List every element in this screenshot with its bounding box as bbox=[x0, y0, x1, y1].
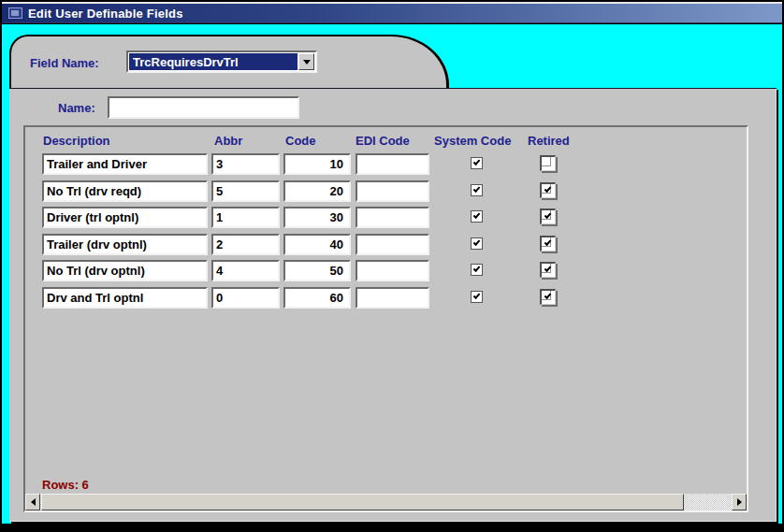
titlebar[interactable]: Edit User Definable Fields bbox=[2, 4, 782, 23]
abbr-cell[interactable]: 4 bbox=[211, 260, 280, 281]
edi-code-cell[interactable] bbox=[356, 180, 429, 202]
check-icon bbox=[473, 238, 481, 246]
column-header-retired: Retired bbox=[528, 134, 570, 148]
arrow-left-icon bbox=[31, 498, 36, 506]
system-code-checkbox[interactable] bbox=[471, 210, 483, 223]
description-cell[interactable]: Trailer and Driver bbox=[42, 153, 208, 175]
scroll-right-button[interactable] bbox=[732, 494, 747, 510]
check-icon bbox=[473, 158, 481, 165]
check-icon bbox=[544, 292, 552, 299]
system-code-checkbox[interactable] bbox=[471, 184, 483, 196]
column-header-code: Code bbox=[285, 134, 316, 148]
column-header-description: Description bbox=[43, 134, 110, 148]
main-panel: Name: Description Abbr Code EDI Code Sys… bbox=[9, 88, 777, 522]
edi-code-cell[interactable] bbox=[356, 287, 429, 309]
app-icon bbox=[8, 7, 22, 19]
check-icon bbox=[473, 211, 481, 219]
code-cell[interactable]: 10 bbox=[283, 153, 351, 175]
scrollbar-track[interactable] bbox=[684, 494, 732, 510]
code-cell[interactable]: 20 bbox=[283, 180, 351, 202]
field-name-selected-value[interactable]: TrcRequiresDrvTrl bbox=[129, 53, 298, 70]
check-icon bbox=[544, 238, 552, 246]
abbr-cell[interactable]: 0 bbox=[211, 287, 280, 309]
field-name-combobox[interactable]: TrcRequiresDrvTrl bbox=[126, 50, 317, 73]
name-input[interactable] bbox=[108, 96, 299, 119]
edi-code-cell[interactable] bbox=[356, 260, 429, 281]
code-cell[interactable]: 30 bbox=[283, 207, 351, 228]
description-cell[interactable]: Driver (trl optnl) bbox=[42, 207, 208, 228]
check-icon bbox=[473, 292, 481, 299]
check-icon bbox=[544, 185, 552, 193]
row-count-label: Rows: 6 bbox=[42, 478, 89, 492]
edi-code-cell[interactable] bbox=[356, 234, 429, 255]
check-icon bbox=[544, 265, 552, 272]
system-code-checkbox[interactable] bbox=[471, 237, 483, 250]
field-name-tab: Field Name: TrcRequiresDrvTrl bbox=[9, 35, 449, 89]
check-icon bbox=[473, 185, 481, 193]
check-icon bbox=[473, 265, 481, 272]
abbr-cell[interactable]: 2 bbox=[211, 234, 280, 255]
description-cell[interactable]: No Trl (drv optnl) bbox=[42, 260, 208, 281]
column-header-edi-code: EDI Code bbox=[356, 134, 410, 148]
retired-checkbox[interactable] bbox=[540, 182, 556, 198]
system-code-checkbox[interactable] bbox=[471, 264, 483, 276]
retired-checkbox[interactable] bbox=[540, 208, 556, 224]
scroll-left-button[interactable] bbox=[25, 494, 40, 510]
window-title: Edit User Definable Fields bbox=[28, 7, 183, 21]
name-label: Name: bbox=[58, 101, 95, 115]
code-cell[interactable]: 60 bbox=[283, 287, 351, 309]
retired-checkbox[interactable] bbox=[540, 155, 556, 171]
retired-checkbox[interactable] bbox=[540, 289, 556, 305]
description-cell[interactable]: Drv and Trl optnl bbox=[42, 287, 208, 309]
arrow-right-icon bbox=[737, 498, 742, 506]
abbr-cell[interactable]: 1 bbox=[211, 207, 280, 228]
system-code-checkbox[interactable] bbox=[471, 157, 483, 169]
edi-code-cell[interactable] bbox=[356, 207, 429, 228]
description-cell[interactable]: No Trl (drv reqd) bbox=[42, 180, 208, 202]
field-name-dropdown-button[interactable] bbox=[298, 53, 314, 70]
scrollbar-thumb[interactable] bbox=[41, 494, 684, 510]
system-code-checkbox[interactable] bbox=[471, 291, 483, 303]
chevron-down-icon bbox=[303, 60, 311, 65]
horizontal-scrollbar[interactable] bbox=[25, 494, 747, 510]
edi-code-cell[interactable] bbox=[356, 153, 429, 175]
retired-checkbox[interactable] bbox=[540, 236, 556, 252]
grid-container: Description Abbr Code EDI Code System Co… bbox=[23, 125, 748, 512]
abbr-cell[interactable]: 5 bbox=[211, 180, 280, 202]
field-name-label: Field Name: bbox=[30, 56, 99, 70]
check-icon bbox=[544, 211, 552, 219]
column-header-system-code: System Code bbox=[434, 134, 511, 148]
description-cell[interactable]: Trailer (drv optnl) bbox=[42, 234, 208, 255]
code-cell[interactable]: 40 bbox=[283, 234, 351, 255]
retired-checkbox[interactable] bbox=[540, 262, 556, 278]
column-header-abbr: Abbr bbox=[214, 134, 242, 148]
abbr-cell[interactable]: 3 bbox=[211, 153, 280, 175]
code-cell[interactable]: 50 bbox=[283, 260, 351, 281]
